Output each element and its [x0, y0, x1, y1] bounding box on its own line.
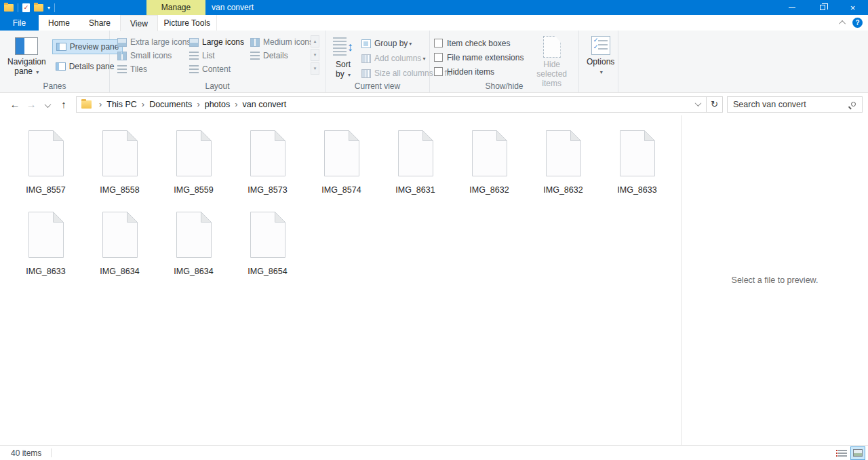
document-icon — [250, 130, 285, 176]
file-item[interactable]: IMG_8634 — [83, 212, 157, 293]
restore-button[interactable] — [807, 0, 837, 15]
layout-scroll-down-icon[interactable]: ▾ — [311, 49, 319, 61]
items-count: 40 items — [11, 448, 41, 458]
medium-icons-icon — [250, 38, 260, 47]
document-icon — [102, 130, 138, 176]
ribbon: Navigation pane ▾ Preview pane Details p… — [0, 31, 868, 93]
file-name-extensions-checkbox[interactable]: File name extensions — [434, 50, 524, 64]
file-item[interactable]: IMG_8634 — [157, 212, 231, 293]
tab-home[interactable]: Home — [39, 15, 79, 31]
chevron-right-icon: › — [137, 99, 149, 109]
new-folder-icon[interactable] — [34, 4, 43, 12]
navigation-pane-label: Navigation — [7, 57, 46, 66]
extra-large-icons-button[interactable]: Extra large icons — [114, 35, 186, 49]
tab-picture-tools[interactable]: Picture Tools — [158, 15, 217, 31]
breadcrumb-item[interactable]: › van convert — [230, 99, 286, 109]
item-check-boxes-checkbox[interactable]: Item check boxes — [434, 36, 524, 50]
details-view-button[interactable]: Details — [247, 49, 309, 62]
file-label: IMG_8557 — [26, 185, 65, 195]
file-item[interactable]: IMG_8633 — [9, 212, 83, 293]
document-icon — [250, 212, 285, 258]
checkbox-icon — [434, 53, 443, 62]
file-item[interactable]: IMG_8573 — [231, 130, 304, 212]
address-box[interactable]: › This PC › Documents › photos › van con… — [76, 96, 707, 113]
customize-qat-icon[interactable]: ▾ — [47, 5, 50, 11]
tab-view[interactable]: View — [120, 15, 158, 31]
list-icon — [189, 52, 199, 60]
small-icons-button[interactable]: Small icons — [114, 49, 186, 62]
titlebar: ✓ ▾ Manage van convert × — [0, 0, 868, 15]
layout-scroll-up-icon[interactable]: ▴ — [311, 35, 319, 47]
breadcrumb-item[interactable]: › This PC — [94, 99, 137, 109]
content-button[interactable]: Content — [186, 62, 247, 76]
breadcrumb-item[interactable]: › photos — [192, 99, 230, 109]
refresh-icon[interactable]: ↻ — [707, 96, 723, 113]
file-item[interactable]: IMG_8557 — [9, 130, 83, 212]
file-item[interactable]: IMG_8632 — [452, 130, 526, 212]
large-icons-icon — [189, 38, 199, 47]
breadcrumb-item[interactable]: › Documents — [137, 99, 193, 109]
tab-file[interactable]: File — [0, 15, 39, 31]
search-icon[interactable] — [851, 102, 856, 107]
preview-pane-icon — [56, 43, 66, 51]
back-icon[interactable]: ← — [7, 98, 23, 110]
search-input[interactable] — [733, 100, 851, 109]
thumbnail-view-toggle[interactable] — [850, 446, 865, 460]
options-button[interactable]: Options ▾ — [583, 34, 618, 79]
tab-share[interactable]: Share — [79, 15, 120, 31]
forward-icon[interactable]: → — [23, 98, 39, 110]
file-label: IMG_8634 — [174, 267, 213, 276]
group-by-icon — [361, 39, 371, 48]
close-button[interactable]: × — [837, 0, 868, 15]
manage-contextual-tab[interactable]: Manage — [146, 0, 205, 15]
file-label: IMG_8632 — [543, 185, 583, 195]
file-label: IMG_8558 — [100, 185, 139, 195]
document-icon — [28, 212, 64, 258]
hide-selected-items-icon — [543, 36, 561, 58]
file-item[interactable]: IMG_8558 — [83, 130, 157, 212]
group-caption-current-view: Current view — [326, 81, 429, 91]
tiles-button[interactable]: Tiles — [114, 62, 186, 76]
minimize-button[interactable] — [776, 0, 807, 15]
file-label: IMG_8559 — [174, 185, 213, 195]
up-icon[interactable]: ↑ — [56, 98, 72, 110]
file-item[interactable]: IMG_8633 — [600, 130, 674, 212]
recent-locations-icon[interactable] — [39, 98, 56, 110]
hidden-items-checkbox[interactable]: Hidden items — [434, 64, 524, 79]
ribbon-tab-row: File Home Share View Picture Tools ? — [0, 15, 868, 31]
address-dropdown-icon[interactable] — [690, 97, 706, 112]
file-item[interactable]: IMG_8574 — [304, 130, 378, 212]
details-pane-icon — [56, 62, 66, 71]
separator — [18, 3, 18, 12]
document-icon — [102, 212, 138, 258]
navigation-pane-button[interactable]: Navigation pane ▾ — [4, 35, 50, 79]
large-icons-button[interactable]: Large icons — [186, 35, 247, 49]
file-grid: IMG_8557 IMG_8558 IMG_8559 IMG_8573 IMG_… — [0, 115, 681, 445]
file-item[interactable]: IMG_8632 — [526, 130, 600, 212]
group-caption-panes: Panes — [0, 81, 109, 91]
layout-more-icon[interactable]: ▾ — [311, 62, 319, 75]
collapse-ribbon-icon[interactable] — [839, 20, 846, 27]
list-button[interactable]: List — [186, 49, 247, 62]
document-icon — [176, 130, 212, 176]
breadcrumb-label[interactable]: photos — [205, 100, 231, 109]
separator — [54, 3, 55, 12]
preview-pane: Select a file to preview. — [681, 115, 868, 445]
properties-icon[interactable]: ✓ — [22, 3, 30, 12]
file-item[interactable]: IMG_8654 — [231, 212, 304, 293]
size-columns-icon — [361, 69, 371, 78]
help-icon[interactable]: ? — [852, 18, 863, 28]
content-area: IMG_8557 IMG_8558 IMG_8559 IMG_8573 IMG_… — [0, 115, 868, 445]
folder-icon — [81, 100, 92, 109]
breadcrumb-label[interactable]: This PC — [106, 100, 136, 109]
chevron-right-icon: › — [94, 99, 106, 109]
breadcrumb-label[interactable]: Documents — [149, 100, 192, 109]
sort-by-button[interactable]: ↕ Sort by ▾ — [330, 34, 357, 82]
file-item[interactable]: IMG_8559 — [157, 130, 231, 212]
medium-icons-button[interactable]: Medium icons — [247, 35, 309, 49]
file-item[interactable]: IMG_8631 — [378, 130, 452, 212]
file-label: IMG_8574 — [321, 185, 361, 195]
details-view-toggle[interactable] — [835, 446, 850, 460]
breadcrumb-label[interactable]: van convert — [243, 100, 287, 109]
document-icon — [620, 130, 655, 176]
